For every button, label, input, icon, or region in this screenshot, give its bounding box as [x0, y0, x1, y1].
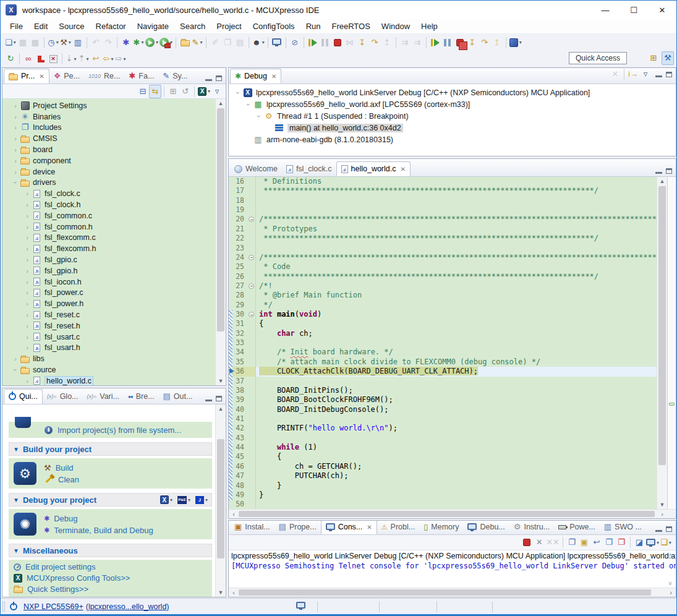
chevron-collapsed-icon[interactable]: › [23, 201, 32, 208]
code-line-29[interactable]: 29 */ [229, 301, 657, 310]
dropdown-arrow-icon[interactable]: ▾ [170, 497, 172, 503]
word-wrap-icon[interactable]: ↩ [590, 536, 603, 549]
fold-gutter[interactable] [247, 262, 256, 272]
tree-item-fsl-power-c[interactable]: ›.cfsl_power.c [2, 288, 215, 299]
fold-gutter[interactable] [247, 338, 256, 348]
code-line-49[interactable]: 49} [229, 490, 657, 500]
dropdown-arrow-icon[interactable]: ▾ [208, 88, 210, 94]
code-line-19[interactable]: 19 [229, 205, 657, 215]
tab-editor-welcome[interactable]: Welcome [230, 161, 282, 176]
console-mini-scroll[interactable]: ∧∨ [666, 552, 675, 586]
tree-item-libs[interactable]: ›libs [2, 353, 215, 364]
tree-item-includes[interactable]: ›❐Includes [2, 122, 215, 134]
open-console-icon[interactable]: ❏▾ [660, 536, 672, 549]
code-editor[interactable]: 16 * Definitions17 *********************… [229, 177, 657, 509]
code-line-33[interactable]: 33 [229, 338, 657, 348]
chevron-collapsed-icon[interactable]: › [11, 146, 20, 153]
fold-gutter[interactable] [247, 481, 256, 490]
chevron-collapsed-icon[interactable]: › [23, 377, 32, 385]
fold-collapse-icon[interactable] [249, 312, 254, 317]
save-icon[interactable]: ▦ [17, 36, 29, 49]
remove-launch-icon[interactable]: ✕ [533, 536, 545, 549]
debug-node[interactable]: ›⚙Thread #1 1 (Suspended : Breakpoint) [229, 110, 676, 122]
fold-gutter[interactable] [247, 234, 256, 243]
back-icon[interactable]: ⇦▾ [102, 52, 114, 66]
code-line-40[interactable]: 40 BOARD_InitDebugConsole(); [229, 405, 657, 414]
annotation-marker[interactable] [669, 403, 675, 406]
debug-node[interactable]: ›▦lpcxpresso55s69_hello_world.axf [LPC55… [229, 98, 676, 110]
chevron-collapsed-icon[interactable]: › [23, 256, 32, 263]
chevron-collapsed-icon[interactable]: › [11, 157, 20, 165]
dropdown-arrow-icon[interactable]: ▾ [74, 56, 76, 62]
menu-item-edit[interactable]: Edit [28, 20, 53, 33]
tab-explorer-sy[interactable]: ✎Sy... [158, 69, 192, 83]
show-source-icon[interactable]: ❐ [221, 36, 234, 49]
open-perspective-icon[interactable]: ⊞ [647, 51, 660, 65]
code-line-17[interactable]: 17 *************************************… [229, 186, 657, 195]
tab-editor-fslclockc[interactable]: .cfsl_clock.c [282, 161, 336, 176]
redo-icon[interactable]: ↷ [102, 36, 114, 49]
minimize-view-icon[interactable] [655, 172, 662, 174]
debug-node[interactable]: ›Xlpcxpresso55s69_hello_world LinkServer… [229, 87, 676, 98]
device-icon[interactable]: ▾ [509, 36, 522, 49]
dropdown-arrow-icon[interactable]: ▾ [111, 56, 113, 62]
chevron-collapsed-icon[interactable]: › [11, 168, 20, 176]
fold-gutter[interactable] [247, 443, 256, 452]
fold-gutter[interactable] [247, 414, 256, 424]
quickstart-action-edit-project-settings[interactable]: Edit project settings [14, 562, 207, 571]
search-icon[interactable]: ⊘ [289, 36, 301, 49]
highlighter-icon[interactable]: ✎▾ [191, 36, 203, 49]
maximize-view-icon[interactable] [666, 72, 672, 77]
console-activity-icon[interactable] [296, 602, 305, 610]
debug-node[interactable]: main() at hello_world.c:36 0x4d2 [229, 122, 676, 134]
code-line-21[interactable]: 21 * Prototypes [229, 225, 657, 234]
collapse-all-icon[interactable]: ⊟ [137, 85, 149, 98]
code-line-32[interactable]: 32 char ch; [229, 329, 657, 338]
menu-item-source[interactable]: Source [53, 20, 90, 33]
code-line-18[interactable]: 18 [229, 196, 657, 205]
tree-item-cmsis[interactable]: ›CMSIS [2, 133, 215, 144]
tree-item-fsl-flexcomm-h[interactable]: ›.hfsl_flexcomm.h [2, 243, 215, 254]
fold-gutter[interactable] [247, 291, 256, 300]
fold-gutter[interactable] [247, 395, 256, 404]
scroll-lock-icon[interactable]: ▣ [578, 536, 590, 549]
fold-gutter[interactable] [247, 319, 256, 328]
debug-icon[interactable]: ✱ [120, 36, 132, 49]
new-wizard-icon[interactable]: ❏▾ [4, 36, 17, 49]
code-line-50[interactable]: 50 [229, 500, 657, 509]
menu-item-configtools[interactable]: ConfigTools [247, 20, 300, 33]
fold-gutter[interactable] [247, 205, 256, 215]
disconnect-icon[interactable]: ⋈ [344, 36, 356, 49]
menu-item-run[interactable]: Run [300, 20, 326, 33]
link-server-icon[interactable]: ∞ [22, 52, 35, 66]
code-line-45[interactable]: 45 { [229, 452, 657, 461]
code-line-25[interactable]: 25 * Code [229, 262, 657, 272]
cleanup-debug-icon[interactable]: ✕ [47, 52, 59, 66]
chevron-collapsed-icon[interactable]: › [11, 113, 20, 121]
menu-item-file[interactable]: File [4, 20, 28, 33]
dropdown-arrow-icon[interactable]: ▾ [519, 40, 522, 45]
quick-access-button[interactable]: Quick Access [569, 52, 627, 64]
code-line-34[interactable]: 34 /* Init board hardware. */ [229, 348, 657, 357]
console-hscrollbar[interactable]: ‹ › [229, 588, 676, 597]
quickstart-action-terminate-build-and-debug[interactable]: ✱Terminate, Build and Debug [44, 525, 153, 535]
menu-item-refactor[interactable]: Refactor [90, 20, 132, 33]
quickstart-action-debug[interactable]: ✱Debug [44, 513, 153, 523]
code-line-43[interactable]: 43 [229, 434, 657, 443]
remove-terminated-icon[interactable]: ✕ [609, 67, 621, 81]
fold-gutter[interactable] [247, 452, 256, 461]
scroll-right-icon[interactable]: › [657, 510, 667, 518]
fold-gutter[interactable] [247, 310, 256, 319]
suspend-icon[interactable] [319, 36, 331, 49]
chevron-collapsed-icon[interactable]: › [11, 102, 20, 109]
collapse-section-icon[interactable]: ▼ [13, 446, 19, 453]
chevron-collapsed-icon[interactable]: › [23, 322, 32, 330]
tree-item-fsl-iocon-h[interactable]: ›.hfsl_iocon.h [2, 276, 215, 288]
code-line-31[interactable]: 31{ [229, 319, 657, 328]
fold-gutter[interactable] [247, 471, 256, 481]
maximize-view-icon[interactable] [216, 75, 222, 81]
code-line-23[interactable]: 23 [229, 244, 657, 253]
quickstart-action-build[interactable]: ⚒Build [44, 463, 79, 473]
debug-node[interactable]: ▥arm-none-eabi-gdb (8.1.0.20180315) [229, 134, 676, 145]
tree-item-fsl-usart-c[interactable]: ›.cfsl_usart.c [2, 332, 215, 343]
